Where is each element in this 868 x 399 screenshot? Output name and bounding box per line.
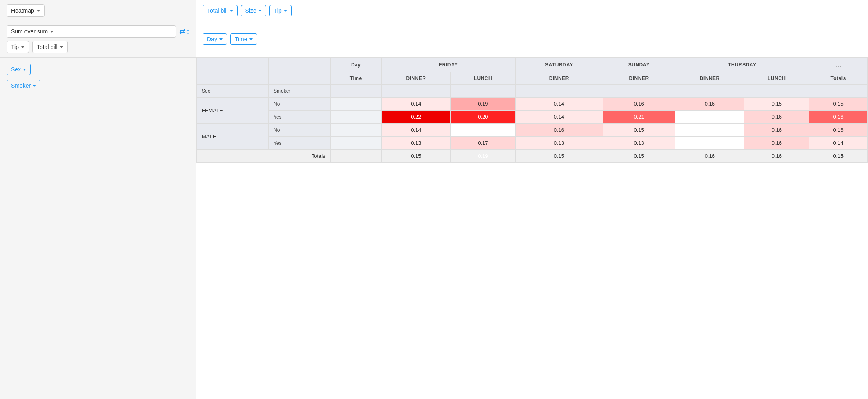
empty-cell-8	[515, 85, 603, 98]
male-yes-thu-lunch: 0.16	[744, 137, 809, 150]
heatmap-table: Day FRIDAY SATURDAY SUNDAY THURSDAY … Ti…	[196, 58, 868, 163]
size-label: Size	[245, 7, 256, 14]
smoker-filter-label: Smoker	[11, 82, 31, 89]
male-no-thu-dinner	[675, 124, 744, 137]
male-yes-fri-lunch: 0.17	[450, 137, 515, 150]
table-row: FEMALE No 0.14 0.19 0.14 0.16 0.16 0.15 …	[197, 98, 868, 111]
total-bill-measure-label: Total bill	[37, 44, 58, 50]
tip-label: Tip	[274, 7, 282, 14]
formula-label: Sum over sum	[11, 28, 48, 35]
time-dim-dropdown[interactable]: Time	[230, 33, 257, 45]
smoker-filter-arrow-icon	[33, 85, 36, 87]
totals-fri-dinner: 0.15	[381, 150, 450, 163]
friday-header: FRIDAY	[381, 58, 515, 72]
time-dim-arrow-icon	[249, 38, 253, 40]
fri-dinner-header: DINNER	[381, 72, 450, 85]
thursday-header: THURSDAY	[675, 58, 809, 72]
day-dim-arrow-icon	[219, 38, 223, 40]
female-no-sat-dinner: 0.14	[515, 98, 603, 111]
chart-type-dropdown[interactable]: Heatmap	[7, 4, 45, 17]
empty-cell-5	[330, 85, 381, 98]
sex-filter-label: Sex	[11, 66, 21, 73]
tip-dropdown[interactable]: Tip	[269, 5, 292, 16]
tip-measure-arrow-icon	[21, 46, 24, 48]
chart-type-label: Heatmap	[11, 7, 34, 14]
male-no-fri-lunch	[450, 124, 515, 137]
day-header: Day	[330, 58, 381, 72]
male-yes-fri-dinner: 0.13	[381, 137, 450, 150]
female-no-day-empty	[330, 98, 381, 111]
female-no-label: No	[269, 98, 331, 111]
totals-col-header: Totals	[809, 72, 868, 85]
female-yes-sun-dinner: 0.21	[603, 111, 675, 124]
female-yes-thu-lunch: 0.16	[744, 111, 809, 124]
totals-sat-dinner: 0.15	[515, 150, 603, 163]
female-yes-label: Yes	[269, 111, 331, 124]
female-no-fri-dinner: 0.14	[381, 98, 450, 111]
total-bill-label: Total bill	[207, 7, 228, 14]
sun-dinner-header: DINNER	[603, 72, 675, 85]
male-label: MALE	[197, 124, 269, 150]
fri-lunch-header: LUNCH	[450, 72, 515, 85]
female-no-thu-lunch: 0.15	[744, 98, 809, 111]
total-bill-measure-dropdown[interactable]: Total bill	[32, 41, 68, 53]
smoker-col-header: Smoker	[269, 85, 331, 98]
totals-sun-dinner: 0.15	[603, 150, 675, 163]
table-row: Yes 0.22 0.20 0.14 0.21 0.16 0.16	[197, 111, 868, 124]
female-yes-thu-dinner	[675, 111, 744, 124]
table-row: MALE No 0.14 0.16 0.15 0.16 0.16	[197, 124, 868, 137]
thu-lunch-header: LUNCH	[744, 72, 809, 85]
male-yes-thu-dinner	[675, 137, 744, 150]
female-no-fri-lunch: 0.19	[450, 98, 515, 111]
male-no-sun-dinner: 0.15	[603, 124, 675, 137]
total-bill-arrow-icon	[230, 10, 233, 12]
female-no-thu-dinner: 0.16	[675, 98, 744, 111]
empty-cell-4	[269, 72, 331, 85]
male-no-fri-dinner: 0.14	[381, 124, 450, 137]
totals-day-empty	[330, 150, 381, 163]
sex-filter-arrow-icon	[23, 69, 26, 71]
male-yes-label: Yes	[269, 137, 331, 150]
empty-cell-10	[675, 85, 744, 98]
empty-cell-1	[197, 58, 269, 72]
tip-measure-dropdown[interactable]: Tip	[7, 41, 29, 53]
total-bill-measure-arrow-icon	[60, 46, 63, 48]
totals-grand-total: 0.15	[809, 150, 868, 163]
formula-dropdown[interactable]: Sum over sum	[7, 25, 176, 38]
day-dim-dropdown[interactable]: Day	[203, 33, 227, 45]
size-dropdown[interactable]: Size	[241, 5, 266, 16]
totals-fri-lunch: 0.19	[450, 150, 515, 163]
male-yes-day-empty	[330, 137, 381, 150]
female-label: FEMALE	[197, 98, 269, 124]
formula-arrow-icon	[50, 31, 53, 33]
smoker-filter-dropdown[interactable]: Smoker	[7, 80, 40, 91]
empty-cell-3	[197, 72, 269, 85]
female-yes-sat-dinner: 0.14	[515, 111, 603, 124]
size-arrow-icon	[258, 10, 262, 12]
total-bill-dropdown[interactable]: Total bill	[203, 5, 238, 16]
sex-col-header: Sex	[197, 85, 269, 98]
day-dim-label: Day	[207, 36, 217, 42]
swap-horizontal-icon: ⇄	[179, 27, 185, 36]
male-yes-sun-dinner: 0.13	[603, 137, 675, 150]
female-no-sun-dinner: 0.16	[603, 98, 675, 111]
female-no-totals: 0.15	[809, 98, 868, 111]
swap-vertical-icon: ↕	[186, 27, 190, 36]
time-dim-label: Time	[235, 36, 247, 42]
empty-cell-9	[603, 85, 675, 98]
saturday-header: SATURDAY	[515, 58, 603, 72]
empty-cell-11	[744, 85, 809, 98]
male-yes-sat-dinner: 0.13	[515, 137, 603, 150]
male-no-day-empty	[330, 124, 381, 137]
sunday-header: SUNDAY	[603, 58, 675, 72]
empty-cell-2	[269, 58, 331, 72]
sex-filter-dropdown[interactable]: Sex	[7, 64, 31, 75]
female-yes-totals: 0.16	[809, 111, 868, 124]
male-no-sat-dinner: 0.16	[515, 124, 603, 137]
totals-label: Totals	[197, 150, 331, 163]
swap-button[interactable]: ⇄ ↕	[179, 27, 190, 36]
empty-cell-top-right: …	[809, 58, 868, 72]
female-yes-day-empty	[330, 111, 381, 124]
empty-cell-7	[450, 85, 515, 98]
female-yes-fri-lunch: 0.20	[450, 111, 515, 124]
